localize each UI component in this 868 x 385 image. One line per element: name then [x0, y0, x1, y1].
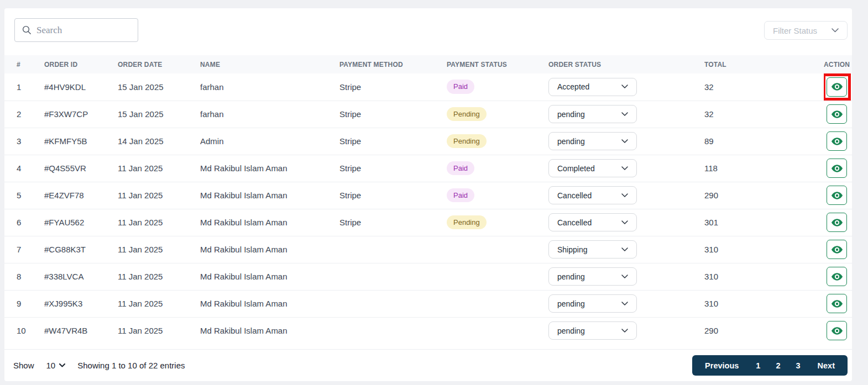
view-order-button[interactable] [827, 186, 847, 205]
cell-action [824, 128, 852, 155]
cell-order-id: #4HV9KDL [44, 73, 118, 101]
action-highlight-frame [827, 159, 847, 178]
cell-payment-status [447, 317, 548, 344]
view-order-button[interactable] [827, 294, 847, 313]
table-header-row: # ORDER ID ORDER DATE NAME PAYMENT METHO… [4, 55, 852, 73]
cell-action [824, 73, 852, 101]
cell-order-status: pending [548, 317, 704, 344]
chevron-down-icon [621, 112, 628, 117]
order-status-value: Cancelled [557, 191, 592, 200]
cell-total: 290 [704, 317, 824, 344]
order-status-value: Shipping [557, 245, 588, 254]
cell-payment-method: Stripe [339, 209, 447, 236]
cell-payment-method: Stripe [339, 155, 447, 182]
cell-name: farhan [200, 73, 339, 101]
header-total: TOTAL [704, 55, 824, 73]
cell-payment-status: Pending [447, 128, 548, 155]
table-row: 2 #F3XW7CP 15 Jan 2025 farhan Stripe Pen… [4, 101, 852, 128]
cell-total: 310 [704, 263, 824, 290]
eye-icon [832, 192, 843, 199]
order-status-select[interactable]: Completed [548, 159, 637, 177]
cell-name: Md Rakibul Islam Aman [200, 209, 339, 236]
order-status-value: Completed [557, 164, 595, 173]
order-status-select[interactable]: pending [548, 294, 637, 313]
cell-order-date: 15 Jan 2025 [118, 101, 200, 128]
cell-order-status: Accepted [548, 73, 704, 101]
filter-status-label: Filter Status [773, 26, 817, 35]
table-row: 1 #4HV9KDL 15 Jan 2025 farhan Stripe Pai… [4, 73, 852, 101]
header-order-status: ORDER STATUS [548, 55, 704, 73]
eye-icon [832, 327, 843, 335]
cell-payment-status: Paid [447, 155, 548, 182]
order-status-value: pending [557, 299, 585, 308]
cell-index: 5 [4, 182, 44, 209]
toolbar: Filter Status [4, 8, 852, 42]
cell-payment-status: Paid [447, 182, 548, 209]
table-row: 10 #W47VR4B 11 Jan 2025 Md Rakibul Islam… [4, 317, 852, 344]
cell-payment-method [339, 236, 447, 263]
pagination-page-2[interactable]: 2 [768, 355, 788, 376]
pagination-page-3[interactable]: 3 [788, 355, 808, 376]
view-order-button[interactable] [827, 240, 847, 259]
cell-order-id: #Q4S55VR [44, 155, 118, 182]
entries-summary: Showing 1 to 10 of 22 entries [77, 361, 185, 370]
table-footer: Show 10 Showing 1 to 10 of 22 entries Pr… [4, 349, 852, 381]
order-status-value: pending [557, 137, 585, 146]
pagination-page-1[interactable]: 1 [748, 355, 768, 376]
cell-total: 32 [704, 101, 824, 128]
cell-order-date: 15 Jan 2025 [118, 73, 200, 101]
pagination-next[interactable]: Next [808, 355, 844, 376]
header-payment-method: PAYMENT METHOD [339, 55, 447, 73]
order-status-select[interactable]: pending [548, 105, 637, 123]
search-input[interactable] [36, 25, 130, 36]
cell-payment-status: Paid [447, 73, 548, 101]
action-highlight-frame [827, 240, 847, 259]
order-status-select[interactable]: pending [548, 267, 637, 286]
order-status-value: pending [557, 110, 585, 119]
header-payment-status: PAYMENT STATUS [447, 55, 548, 73]
cell-order-status: pending [548, 128, 704, 155]
cell-order-status: pending [548, 101, 704, 128]
payment-status-badge: Pending [447, 215, 487, 230]
cell-order-date: 11 Jan 2025 [118, 209, 200, 236]
order-status-select[interactable]: pending [548, 321, 637, 340]
search-icon [22, 25, 32, 35]
order-status-select[interactable]: Shipping [548, 240, 637, 259]
eye-icon [832, 138, 843, 145]
view-order-button[interactable] [827, 213, 847, 232]
chevron-down-icon [621, 302, 628, 306]
cell-index: 3 [4, 128, 44, 155]
view-order-button[interactable] [827, 267, 847, 286]
order-status-select[interactable]: Cancelled [548, 186, 637, 204]
orders-table: # ORDER ID ORDER DATE NAME PAYMENT METHO… [4, 55, 852, 344]
cell-name: Md Rakibul Islam Aman [200, 290, 339, 317]
cell-total: 301 [704, 209, 824, 236]
view-order-button[interactable] [827, 77, 847, 97]
cell-order-status: Cancelled [548, 209, 704, 236]
chevron-down-icon [621, 329, 628, 333]
page-size-select[interactable]: 10 [46, 361, 66, 370]
table-row: 9 #XJ995K3 11 Jan 2025 Md Rakibul Islam … [4, 290, 852, 317]
filter-status-button[interactable]: Filter Status [764, 21, 848, 40]
order-status-select[interactable]: Cancelled [548, 213, 637, 231]
view-order-button[interactable] [827, 159, 847, 178]
order-status-select[interactable]: Accepted [548, 78, 637, 96]
cell-total: 32 [704, 73, 824, 101]
chevron-down-icon [621, 220, 628, 225]
payment-status-badge: Paid [447, 80, 474, 94]
cell-order-status: Cancelled [548, 182, 704, 209]
pagination-previous[interactable]: Previous [696, 355, 748, 376]
order-status-select[interactable]: pending [548, 132, 637, 150]
cell-action [824, 209, 852, 236]
pagination: Previous 1 2 3 Next [692, 355, 848, 376]
view-order-button[interactable] [827, 131, 847, 151]
view-order-button[interactable] [827, 321, 847, 340]
cell-payment-method: Stripe [339, 128, 447, 155]
search-box [14, 18, 138, 42]
view-order-button[interactable] [827, 104, 847, 124]
order-status-value: Accepted [557, 82, 589, 91]
cell-payment-status [447, 263, 548, 290]
cell-index: 9 [4, 290, 44, 317]
cell-index: 2 [4, 101, 44, 128]
cell-payment-status: Pending [447, 101, 548, 128]
